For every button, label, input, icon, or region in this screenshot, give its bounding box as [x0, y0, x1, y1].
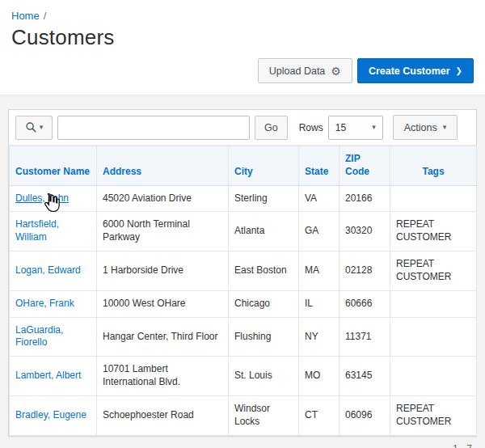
cell-name: LaGuardia, Fiorello: [10, 317, 97, 357]
cell-tags: [390, 357, 477, 396]
chevron-right-icon: ❯: [456, 66, 462, 75]
cell-tags: REPEAT CUSTOMER: [390, 212, 477, 251]
rows-select[interactable]: 15 ▾: [328, 116, 383, 140]
cell-state: NY: [299, 317, 340, 357]
search-input[interactable]: [57, 116, 250, 140]
chevron-down-icon: ▾: [443, 124, 447, 131]
customer-name-link[interactable]: Bradley, Eugene: [15, 409, 86, 421]
cell-name: Bradley, Eugene: [10, 395, 97, 435]
column-header-zip-code[interactable]: ZIP Code: [340, 146, 390, 186]
cell-city: Sterling: [229, 185, 299, 212]
cell-tags: REPEAT CUSTOMER: [390, 251, 477, 291]
chevron-down-icon: ▾: [40, 124, 44, 131]
table-row: Bradley, EugeneSchoephoester RoadWindsor…: [10, 395, 477, 435]
chevron-down-icon: ▾: [372, 124, 376, 131]
customer-name-link[interactable]: OHare, Frank: [15, 298, 74, 309]
cell-state: CT: [299, 395, 340, 435]
table-row: LaGuardia, FiorelloHangar Center, Third …: [10, 317, 477, 357]
cell-city: Flushing: [229, 317, 299, 357]
cell-zip: 60666: [340, 290, 390, 317]
cell-zip: 06096: [340, 395, 390, 435]
actions-button[interactable]: Actions ▾: [393, 115, 458, 140]
column-header-address[interactable]: Address: [97, 146, 229, 186]
cell-state: MO: [299, 357, 340, 396]
header-button-row: Upload Data ⚙ Create Customer ❯: [11, 58, 474, 83]
cell-name: OHare, Frank: [10, 290, 97, 317]
pagination-range: 1 - 7: [8, 437, 477, 448]
go-button[interactable]: Go: [255, 116, 288, 140]
table-header-row: Customer NameAddressCityStateZIP CodeTag…: [10, 146, 477, 186]
cell-zip: 11371: [340, 317, 390, 357]
cell-city: Chicago: [229, 290, 299, 317]
breadcrumb: Home/: [11, 10, 474, 22]
customers-table: Customer NameAddressCityStateZIP CodeTag…: [9, 146, 477, 436]
customer-name-link[interactable]: Logan, Edward: [15, 264, 81, 276]
content-area: ▾ Go Rows 15 ▾ Actions ▾ Customer NameAd: [0, 95, 485, 448]
customer-name-link[interactable]: LaGuardia, Fiorello: [15, 324, 63, 349]
column-header-tags[interactable]: Tags: [390, 146, 477, 186]
search-icon: [25, 121, 37, 133]
customer-name-link[interactable]: Hartsfield, William: [15, 218, 59, 243]
table-row: Dulles, John45020 Aviation DriveSterling…: [10, 185, 477, 212]
customers-report-region: ▾ Go Rows 15 ▾ Actions ▾ Customer NameAd: [8, 109, 477, 437]
cell-address: Hangar Center, Third Floor: [97, 317, 229, 357]
upload-data-button[interactable]: Upload Data ⚙: [258, 58, 352, 83]
cell-state: IL: [299, 290, 340, 317]
cell-name: Lambert, Albert: [10, 357, 97, 396]
rows-label: Rows: [299, 122, 323, 133]
gear-icon: ⚙: [331, 66, 341, 77]
cell-address: 1 Harborside Drive: [97, 251, 229, 291]
cell-address: 6000 North Terminal Parkway: [97, 212, 229, 251]
cell-city: East Boston: [229, 251, 299, 291]
customer-name-link[interactable]: Dulles, John: [15, 192, 69, 204]
cell-name: Logan, Edward: [10, 251, 97, 291]
breadcrumb-home-link[interactable]: Home: [11, 10, 40, 22]
create-customer-label: Create Customer: [369, 66, 450, 77]
cell-state: MA: [299, 251, 340, 291]
cell-tags: [390, 317, 477, 357]
column-header-city[interactable]: City: [229, 146, 299, 186]
customer-name-link[interactable]: Lambert, Albert: [15, 370, 81, 381]
cell-address: 45020 Aviation Drive: [97, 185, 229, 212]
cell-zip: 02128: [340, 251, 390, 291]
breadcrumb-separator: /: [44, 10, 47, 22]
table-row: Logan, Edward1 Harborside DriveEast Bost…: [10, 251, 477, 291]
cell-city: St. Louis: [229, 357, 299, 396]
cell-name: Dulles, John: [10, 185, 97, 212]
rows-select-value: 15: [335, 122, 346, 133]
table-row: OHare, Frank10000 West OHareChicagoIL606…: [10, 290, 477, 317]
search-toolbar: ▾ Go Rows 15 ▾ Actions ▾: [9, 110, 476, 146]
cell-city: Atlanta: [229, 212, 299, 251]
cell-state: GA: [299, 212, 340, 251]
cell-zip: 20166: [340, 185, 390, 212]
page-header: Home/ Customers Upload Data ⚙ Create Cus…: [0, 0, 485, 95]
cell-city: Windsor Locks: [229, 395, 299, 435]
upload-data-label: Upload Data: [269, 66, 326, 77]
cell-zip: 63145: [340, 357, 390, 396]
cell-address: 10701 Lambert International Blvd.: [97, 357, 229, 396]
cell-tags: [390, 185, 477, 212]
create-customer-button[interactable]: Create Customer ❯: [357, 58, 474, 83]
go-label: Go: [264, 122, 278, 133]
search-options-button[interactable]: ▾: [15, 116, 53, 140]
cell-address: Schoephoester Road: [97, 395, 229, 435]
column-header-state[interactable]: State: [299, 146, 340, 186]
table-row: Hartsfield, William6000 North Terminal P…: [10, 212, 477, 251]
cell-name: Hartsfield, William: [10, 212, 97, 251]
cell-state: VA: [299, 185, 340, 212]
actions-label: Actions: [404, 122, 437, 133]
cell-tags: [390, 290, 477, 317]
column-header-customer-name[interactable]: Customer Name: [10, 146, 97, 186]
page-title: Customers: [11, 25, 474, 50]
table-row: Lambert, Albert10701 Lambert Internation…: [10, 357, 477, 396]
cell-tags: REPEAT CUSTOMER: [390, 395, 477, 435]
cell-address: 10000 West OHare: [97, 290, 229, 317]
cell-zip: 30320: [340, 212, 390, 251]
